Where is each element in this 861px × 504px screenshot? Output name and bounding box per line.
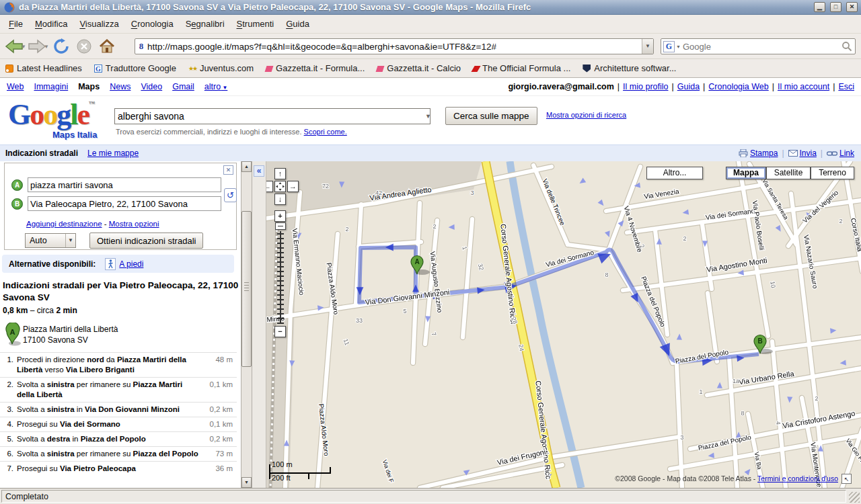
direction-step[interactable]: 7.Prosegui su Via Pietro Paleocapa36 m: [0, 461, 237, 476]
svg-text:24: 24: [517, 344, 525, 352]
to-input[interactable]: [28, 196, 221, 211]
home-button[interactable]: [96, 36, 118, 56]
direction-step[interactable]: 1.Procedi in direzione nord da Piazza Ma…: [0, 352, 237, 377]
zoom-slider-track[interactable]: [277, 231, 284, 324]
svg-text:3: 3: [680, 434, 683, 441]
resize-grip[interactable]: [849, 492, 860, 503]
travel-mode-select[interactable]: Auto ▼: [25, 233, 76, 248]
menu-file[interactable]: File: [3, 15, 29, 33]
bookmark-item[interactable]: Gazzetta.it - Formula...: [266, 63, 365, 73]
web-search-input[interactable]: [683, 40, 841, 53]
url-dropdown-icon[interactable]: ▼: [642, 39, 653, 54]
magnifier-icon[interactable]: [841, 41, 852, 52]
maptype-mappa[interactable]: Mappa: [726, 167, 766, 179]
bookmark-item[interactable]: ★★Juventus.com: [188, 63, 254, 73]
forward-dropdown-icon[interactable]: ▼: [44, 44, 49, 50]
search-bar[interactable]: G ▼: [661, 38, 856, 54]
send-label[interactable]: Invia: [800, 149, 817, 158]
swap-route-icon[interactable]: ↻: [224, 188, 237, 202]
link-link[interactable]: Link: [827, 149, 854, 158]
direction-step[interactable]: 5.Svolta a destra in Piazza del Popolo0,…: [0, 431, 237, 446]
gnav-news[interactable]: News: [110, 82, 130, 91]
account-link-cronologia-web[interactable]: Cronologia Web: [708, 82, 768, 91]
pan-down-button[interactable]: ↓: [274, 194, 286, 205]
scroll-down-icon[interactable]: ▼: [241, 477, 252, 488]
scrollbar-thumb[interactable]: [241, 211, 252, 367]
menu-segnalibri[interactable]: Segnalibri: [180, 15, 231, 33]
direction-step[interactable]: 4.Prosegui su Via dei Sormano0,1 km: [0, 417, 237, 431]
show-search-options-link[interactable]: Mostra opzioni di ricerca: [546, 111, 626, 119]
link-label[interactable]: Link: [839, 149, 854, 158]
account-link-il-mio-profilo[interactable]: Il mio profilo: [623, 82, 668, 91]
search-maps-button[interactable]: Cerca sulle mappe: [445, 107, 537, 125]
bookmark-item[interactable]: Architetture softwar...: [583, 63, 676, 73]
url-bar[interactable]: 8 ▼: [135, 38, 654, 54]
maximize-button[interactable]: □: [830, 2, 841, 12]
svg-text:A: A: [414, 258, 419, 265]
window-title-bar[interactable]: da Piazza Martiri della Libertà, 17100 S…: [0, 0, 861, 15]
step-distance: 0,1 km: [200, 419, 237, 429]
url-input[interactable]: [147, 40, 642, 53]
account-link-esci[interactable]: Esci: [838, 82, 854, 91]
maps-search-input[interactable]: [114, 108, 430, 124]
menu-guida[interactable]: Guida: [280, 15, 315, 33]
bookmark-item[interactable]: GTraduttore Google: [94, 63, 176, 73]
menu-cronologia[interactable]: Cronologia: [125, 15, 180, 33]
pan-left-button[interactable]: ←: [266, 181, 273, 192]
bookmark-item[interactable]: The Official Formula ...: [473, 63, 570, 73]
print-label[interactable]: Stampa: [750, 149, 778, 158]
forward-button[interactable]: ▼: [27, 36, 50, 56]
maptype-satellite[interactable]: Satellite: [766, 167, 811, 179]
walking-directions-link[interactable]: A piedi: [119, 259, 143, 269]
gnav-maps[interactable]: Maps: [78, 82, 100, 91]
map-canvas[interactable]: Via Andrea AgliettoVia delle TrinceeVia …: [266, 161, 861, 488]
search-engine-dropdown-icon[interactable]: ▼: [676, 44, 681, 49]
attribution-corner-icon[interactable]: ↖: [841, 474, 852, 484]
back-dropdown-icon[interactable]: ▼: [21, 44, 26, 50]
zoom-slider-handle[interactable]: [275, 222, 286, 230]
minimize-button[interactable]: ▁: [814, 2, 825, 12]
reload-button[interactable]: [50, 36, 73, 56]
search-engine-icon[interactable]: G: [663, 41, 675, 52]
panel-scrollbar[interactable]: ▲ ▼: [241, 161, 252, 488]
gnav-altro[interactable]: altro ▼: [204, 82, 227, 91]
get-directions-button[interactable]: Ottieni indicazioni stradali: [89, 233, 203, 249]
menu-visualizza[interactable]: Visualizza: [73, 15, 124, 33]
menu-strumenti[interactable]: Strumenti: [231, 15, 280, 33]
stop-button[interactable]: [73, 36, 96, 56]
gnav-gmail[interactable]: Gmail: [172, 82, 194, 91]
close-button[interactable]: ✕: [846, 2, 858, 12]
send-link[interactable]: Invia: [788, 149, 817, 158]
maptype-terreno[interactable]: Terreno: [811, 167, 854, 179]
direction-step[interactable]: 3.Svolta a sinistra in Via Don Giovanni …: [0, 402, 237, 417]
gnav-video[interactable]: Video: [141, 82, 162, 91]
menu-modifica[interactable]: Modifica: [29, 15, 73, 33]
print-link[interactable]: Stampa: [739, 149, 778, 158]
learn-how-link[interactable]: Scopri come.: [304, 128, 347, 136]
bookmark-item[interactable]: Gazzetta.it - Calcio: [377, 63, 461, 73]
pan-reset-button[interactable]: [274, 181, 286, 192]
gnav-immagini[interactable]: Immagini: [34, 82, 68, 91]
direction-step[interactable]: 2.Svolta a sinistra per rimanere su Piaz…: [0, 377, 237, 402]
close-form-icon[interactable]: ✕: [223, 165, 233, 175]
bookmark-item[interactable]: Latest Headlines: [5, 63, 82, 73]
direction-step[interactable]: 6.Svolta a sinistra per rimanere su Piaz…: [0, 446, 237, 461]
scroll-up-icon[interactable]: ▲: [241, 161, 252, 172]
terms-link[interactable]: Termini e condizioni d'uso: [757, 474, 838, 482]
show-options-link[interactable]: Mostra opzioni: [109, 220, 159, 228]
from-input[interactable]: [28, 177, 221, 192]
zoom-out-button[interactable]: −: [274, 326, 286, 337]
pan-up-button[interactable]: ↑: [274, 168, 286, 179]
gnav-web[interactable]: Web: [7, 82, 24, 91]
zoom-in-button[interactable]: +: [274, 210, 286, 222]
pan-right-button[interactable]: →: [287, 181, 299, 192]
collapse-panel-button[interactable]: «: [254, 165, 264, 177]
maptype-altro[interactable]: Altro...: [646, 167, 703, 179]
start-location-item[interactable]: A Piazza Martiri della Libertà 17100 Sav…: [3, 323, 118, 347]
back-button[interactable]: ▼: [4, 36, 27, 56]
query-dropdown-icon[interactable]: ▼: [425, 113, 431, 120]
my-maps-link[interactable]: Le mie mappe: [87, 149, 139, 158]
account-link-guida[interactable]: Guida: [677, 82, 700, 91]
account-link-il-mio-account[interactable]: Il mio account: [778, 82, 829, 91]
add-destination-link[interactable]: Aggiungi destinazione: [26, 220, 102, 228]
